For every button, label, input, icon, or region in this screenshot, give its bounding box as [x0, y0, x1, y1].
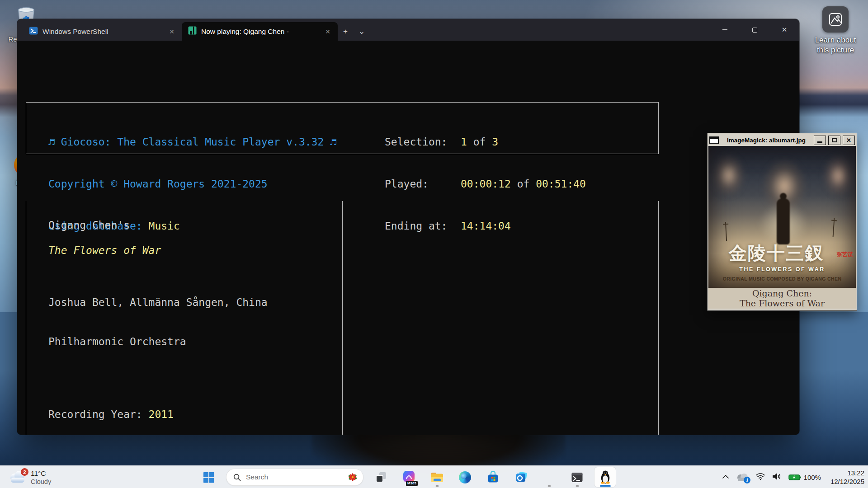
- file-explorer-icon: [431, 471, 443, 483]
- maximize-icon: [752, 28, 757, 33]
- close-icon: ✕: [782, 26, 788, 34]
- imagemagick-titlebar[interactable]: ImageMagick: albumart.jpg ✕: [708, 134, 856, 146]
- tab-close-icon[interactable]: ✕: [167, 28, 176, 35]
- onedrive-info-badge: i: [744, 477, 750, 483]
- album-caption: Qigang Chen: The Flowers of War: [708, 288, 856, 309]
- desktop: Recycle Bin Firefox Learn about this pic…: [0, 0, 868, 488]
- taskbar: 2 11°C Cloudy: [0, 465, 868, 488]
- minimize-icon: [722, 29, 727, 30]
- windows-terminal-button[interactable]: [566, 467, 588, 487]
- spotlight-label-line1: Learn about: [811, 35, 860, 45]
- linux-app-button[interactable]: [594, 467, 616, 487]
- weather-condition: Cloudy: [31, 478, 51, 486]
- terminal-tab-bar[interactable]: Windows PowerShell ✕ Now playing: Qigang…: [17, 19, 799, 41]
- weather-widget[interactable]: 2 11°C Cloudy: [5, 467, 55, 488]
- close-icon: ✕: [846, 137, 851, 143]
- battery-percent: 100%: [804, 474, 821, 481]
- taskbar-search-box[interactable]: [226, 469, 363, 486]
- desktop-icon-spotlight[interactable]: Learn about this picture: [811, 6, 860, 55]
- terminal-content[interactable]: ♬ Giocoso: The Classical Music Player v.…: [17, 41, 799, 435]
- spotlight-label-line2: this picture: [811, 45, 860, 55]
- copyright-line: Copyright © Howard Rogers 2021-2025: [48, 178, 268, 190]
- active-running-indicator: [600, 485, 611, 487]
- tray-chevron-up-icon[interactable]: [722, 473, 729, 481]
- start-button[interactable]: [198, 467, 219, 487]
- imagemagick-title: ImageMagick: albumart.jpg: [721, 137, 811, 144]
- tab-close-icon[interactable]: ✕: [323, 28, 332, 35]
- search-input[interactable]: [246, 473, 342, 481]
- terminal-window: Windows PowerShell ✕ Now playing: Qigang…: [17, 19, 799, 435]
- running-indicator: [435, 485, 439, 487]
- played-label: Played:: [385, 177, 460, 191]
- onedrive-icon[interactable]: i: [736, 473, 749, 482]
- picture-icon: [822, 6, 849, 33]
- microsoft-store-icon: [487, 471, 499, 483]
- album-director-credit: 张艺谋: [837, 251, 853, 258]
- wifi-icon[interactable]: [755, 473, 765, 482]
- windows-logo-icon: [203, 472, 214, 483]
- panel-divider: [342, 201, 343, 435]
- tab-title: Windows PowerShell: [42, 28, 163, 36]
- task-view-icon: [375, 471, 387, 483]
- maximize-button[interactable]: [740, 19, 769, 41]
- im-close-button[interactable]: ✕: [843, 136, 855, 145]
- window-menu-icon[interactable]: [709, 136, 719, 144]
- app-title: ♬ Giocoso: The Classical Music Player v.…: [48, 136, 336, 148]
- running-indicator: [547, 485, 551, 487]
- im-minimize-button[interactable]: [814, 136, 826, 145]
- album-chinese-title: 金陵十三釵: [708, 241, 844, 266]
- tab-dropdown-chevron-icon[interactable]: ⌄: [353, 27, 370, 41]
- battery-icon: [788, 474, 801, 481]
- performers-line1: Joshua Bell, Allmänna Sången, China: [48, 296, 268, 309]
- edge-button[interactable]: [454, 467, 476, 487]
- clock-date: 12/12/2025: [830, 477, 864, 486]
- weather-temperature: 11°C: [31, 469, 51, 478]
- taskbar-clock[interactable]: 13:22 12/12/2025: [828, 469, 864, 486]
- clock-time: 13:22: [830, 469, 864, 477]
- volume-icon[interactable]: [772, 473, 782, 482]
- tab-now-playing[interactable]: Now playing: Qigang Chen - ✕: [182, 22, 338, 41]
- album-art: 金陵十三釵 张艺谋 THE FLOWERS OF WAR ORIGINAL MU…: [708, 146, 856, 288]
- minimize-button[interactable]: [710, 19, 740, 41]
- album-caption-line1: Qigang Chen:: [708, 288, 856, 298]
- m365-badge: M365: [406, 481, 418, 486]
- recording-year-row: Recording Year: 2011: [48, 408, 230, 421]
- tux-penguin-icon: [599, 470, 612, 484]
- poinsettia-icon: [347, 471, 359, 483]
- window-controls: ✕: [710, 19, 799, 41]
- close-button[interactable]: ✕: [769, 19, 799, 41]
- performers-line2: Philharmonic Orchestra: [48, 335, 268, 348]
- microsoft-store-button[interactable]: [482, 467, 504, 487]
- firefox-button[interactable]: [538, 467, 560, 487]
- outlook-icon: [515, 471, 528, 483]
- album-composer-credit: ORIGINAL MUSIC COMPOSED BY QIGANG CHEN: [708, 276, 856, 282]
- task-view-button[interactable]: [370, 467, 392, 487]
- giocoso-app-icon: [188, 26, 197, 37]
- tab-windows-powershell[interactable]: Windows PowerShell ✕: [23, 22, 182, 41]
- minimize-icon: [817, 141, 822, 143]
- now-playing-panel: Qigang Chen's The Flowers of War Joshua …: [26, 201, 659, 435]
- giocoso-header-panel: ♬ Giocoso: The Classical Music Player v.…: [26, 102, 659, 154]
- firefox-icon: [543, 471, 555, 483]
- composer-name: Qigang Chen's: [48, 219, 130, 231]
- terminal-icon: [571, 471, 583, 483]
- maximize-icon: [832, 138, 837, 142]
- played-value: 00:00:12 of 00:51:40: [461, 177, 586, 191]
- battery-status[interactable]: 100%: [788, 474, 821, 481]
- copilot-m365-button[interactable]: M365: [398, 467, 420, 487]
- tab-title: Now playing: Qigang Chen -: [201, 28, 319, 36]
- outlook-button[interactable]: [510, 467, 532, 487]
- search-icon: [233, 473, 241, 482]
- running-indicator: [576, 485, 579, 487]
- weather-alert-badge: 2: [20, 468, 29, 476]
- im-maximize-button[interactable]: [828, 136, 840, 145]
- file-explorer-button[interactable]: [426, 467, 448, 487]
- powershell-icon: [29, 26, 38, 37]
- imagemagick-window: ImageMagick: albumart.jpg ✕ 金陵十三釵 张艺谋 TH…: [707, 133, 857, 311]
- new-tab-icon[interactable]: +: [338, 27, 353, 41]
- work-title: The Flowers of War: [48, 244, 161, 256]
- album-english-title: THE FLOWERS OF WAR: [708, 266, 856, 272]
- album-caption-line2: The Flowers of War: [708, 298, 856, 308]
- selection-value: 1 of 3: [461, 135, 586, 149]
- selection-label: Selection:: [385, 135, 460, 149]
